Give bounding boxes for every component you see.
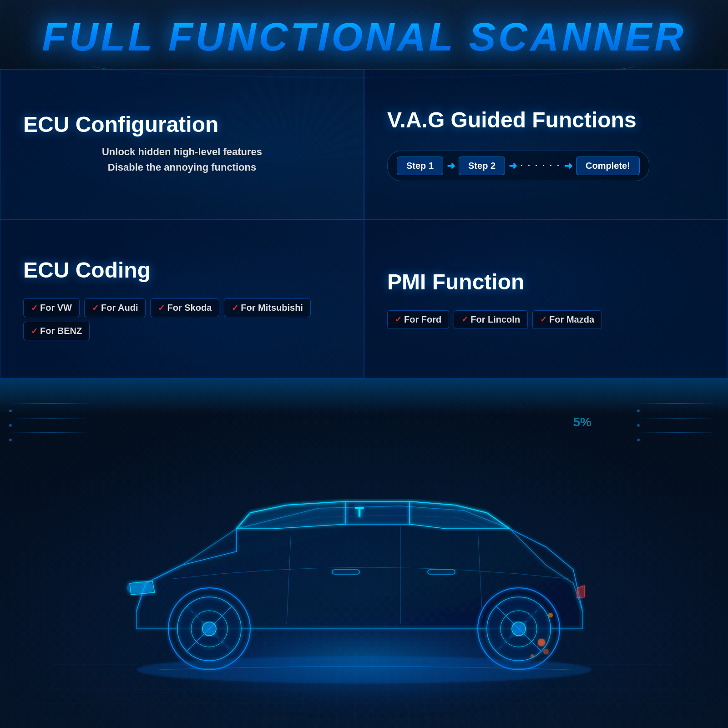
arrow-icon-1: ➜ <box>447 160 455 172</box>
tag-lincoln: ✓ For Lincoln <box>454 310 528 329</box>
car-wireframe-svg: T <box>91 438 637 693</box>
card-vag: V.A.G Guided Functions Step 1 ➜ Step 2 ➜… <box>364 69 728 219</box>
tag-skoda: ✓ For Skoda <box>150 298 219 317</box>
pmi-title: PMI Function <box>387 269 705 294</box>
vag-complete: Complete! <box>576 157 640 175</box>
pmi-tags: ✓ For Ford ✓ For Lincoln ✓ For Mazda <box>387 310 705 329</box>
ecu-coding-tags: ✓ For VW ✓ For Audi ✓ For Skoda ✓ For Mi… <box>23 298 341 340</box>
ecu-config-title: ECU Configuration <box>23 112 341 137</box>
tag-skoda-label: For Skoda <box>167 303 212 313</box>
card-ecu-coding-content: ECU Coding ✓ For VW ✓ For Audi ✓ For Sko… <box>0 220 364 378</box>
check-icon-benz: ✓ <box>31 326 38 336</box>
tag-audi: ✓ For Audi <box>84 298 146 317</box>
svg-point-26 <box>531 654 534 658</box>
features-grid: ECU Configuration Unlock hidden high-lev… <box>0 69 728 379</box>
check-icon-ford: ✓ <box>395 314 402 324</box>
card-pmi-content: PMI Function ✓ For Ford ✓ For Lincoln ✓ … <box>364 220 728 378</box>
check-icon-audi: ✓ <box>92 303 99 313</box>
check-icon-mazda: ✓ <box>540 314 547 324</box>
tag-benz: ✓ For BENZ <box>23 322 90 340</box>
check-icon-vw: ✓ <box>31 303 38 313</box>
svg-point-24 <box>548 613 553 617</box>
card-ecu-coding: ECU Coding ✓ For VW ✓ For Audi ✓ For Sko… <box>0 219 364 379</box>
bottom-car-section: 5% <box>0 379 728 728</box>
check-icon-mitsubishi: ✓ <box>232 303 238 313</box>
card-ecu-config-content: ECU Configuration Unlock hidden high-lev… <box>0 70 364 219</box>
svg-text:T: T <box>355 504 364 521</box>
ecu-config-line1: Unlock hidden high-level features <box>23 146 341 158</box>
svg-point-23 <box>538 639 545 646</box>
ecu-coding-title: ECU Coding <box>23 258 341 283</box>
vag-title: V.A.G Guided Functions <box>387 107 705 132</box>
card-pmi: PMI Function ✓ For Ford ✓ For Lincoln ✓ … <box>364 219 728 379</box>
curve-divider <box>0 379 728 414</box>
tag-lincoln-label: For Lincoln <box>470 314 520 325</box>
header: FULL FUNCTIONAL SCANNER <box>0 0 728 69</box>
vag-dots: · · · · · · <box>521 161 561 171</box>
tag-mazda: ✓ For Mazda <box>532 310 602 329</box>
ecu-config-line2: Disable the annoying functions <box>23 162 341 173</box>
car-container: T <box>68 415 660 706</box>
tag-benz-label: For BENZ <box>40 326 82 336</box>
vag-steps: Step 1 ➜ Step 2 ➜ · · · · · · ➜ Complete… <box>387 151 649 181</box>
tag-mazda-label: For Mazda <box>549 314 594 325</box>
card-ecu-config: ECU Configuration Unlock hidden high-lev… <box>0 69 364 219</box>
vag-step1: Step 1 <box>397 157 443 175</box>
tag-ford-label: For Ford <box>404 314 441 325</box>
tag-mitsubishi: ✓ For Mitsubishi <box>224 298 311 317</box>
tag-vw: ✓ For VW <box>23 298 80 317</box>
tag-audi-label: For Audi <box>101 303 138 313</box>
car-svg-wrapper: T <box>91 438 637 693</box>
circuit-right <box>637 401 719 441</box>
check-icon-lincoln: ✓ <box>461 314 468 324</box>
vag-step2: Step 2 <box>459 157 505 175</box>
card-vag-content: V.A.G Guided Functions Step 1 ➜ Step 2 ➜… <box>364 70 728 219</box>
check-icon-skoda: ✓ <box>158 303 165 313</box>
svg-point-27 <box>136 656 592 683</box>
circuit-left <box>9 401 91 441</box>
tag-mitsubishi-label: For Mitsubishi <box>241 303 303 313</box>
arrow-icon-3: ➜ <box>564 160 572 172</box>
arrow-icon-2: ➜ <box>509 160 517 172</box>
tag-vw-label: For VW <box>40 303 72 313</box>
svg-point-25 <box>543 649 549 654</box>
tag-ford: ✓ For Ford <box>387 310 449 329</box>
